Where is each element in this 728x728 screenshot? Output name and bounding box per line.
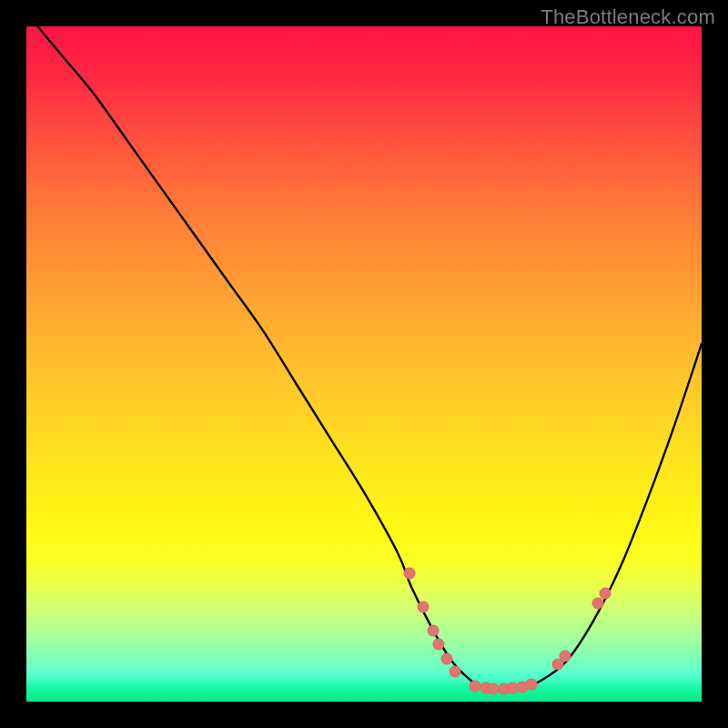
plot-area xyxy=(26,26,702,702)
data-marker xyxy=(526,679,538,691)
data-marker xyxy=(450,665,461,677)
data-marker xyxy=(560,650,571,662)
data-marker xyxy=(428,625,440,637)
chart-stage: TheBottleneck.com xyxy=(0,0,728,728)
data-marker xyxy=(404,568,416,580)
data-marker xyxy=(592,598,604,610)
data-marker xyxy=(440,653,452,665)
data-marker xyxy=(599,588,611,600)
data-marker xyxy=(432,638,444,650)
data-marker xyxy=(417,602,429,613)
